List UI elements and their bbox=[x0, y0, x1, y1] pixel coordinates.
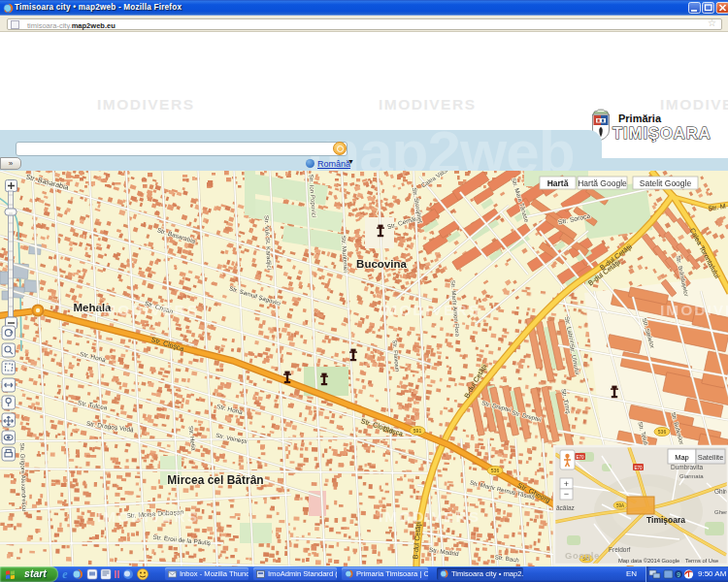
svg-text:E70: E70 bbox=[576, 455, 584, 460]
svg-text:+: + bbox=[564, 479, 569, 489]
svg-text:IMODIVERS: IMODIVERS bbox=[379, 508, 480, 525]
svg-text:591: 591 bbox=[414, 428, 422, 434]
svg-text:Giarmata: Giarmata bbox=[679, 473, 704, 479]
svg-text:IMODIVERS: IMODIVERS bbox=[379, 302, 480, 318]
svg-text:Freidorf: Freidorf bbox=[609, 546, 631, 553]
svg-text:Gheroc: Gheroc bbox=[714, 509, 728, 515]
svg-text:ăcălaz: ăcălaz bbox=[556, 504, 575, 511]
svg-text:Mircea cel Bătrân: Mircea cel Bătrân bbox=[167, 473, 263, 487]
svg-text:9: 9 bbox=[677, 571, 680, 578]
svg-text:Satellite: Satellite bbox=[698, 453, 724, 462]
svg-text:Dumbravita: Dumbravita bbox=[671, 464, 704, 470]
svg-text:Map data ©2014 Google: Map data ©2014 Google bbox=[618, 558, 679, 564]
svg-text:536: 536 bbox=[491, 468, 500, 473]
svg-text:−: − bbox=[564, 489, 569, 499]
svg-text:IMODIVERS: IMODIVERS bbox=[660, 302, 728, 318]
svg-text:Map: Map bbox=[675, 453, 689, 462]
svg-text:Primăria: Primăria bbox=[618, 113, 662, 124]
svg-text:IMODIVERS: IMODIVERS bbox=[97, 508, 199, 525]
svg-text:59A: 59A bbox=[616, 503, 624, 508]
svg-text:Bucovina: Bucovina bbox=[356, 258, 407, 270]
svg-text:Terms of Use: Terms of Use bbox=[685, 558, 718, 564]
svg-text:Hartă: Hartă bbox=[547, 178, 569, 188]
svg-text:536: 536 bbox=[658, 429, 667, 435]
svg-text:Hartă Google: Hartă Google bbox=[578, 178, 627, 188]
svg-text:TIMIŞOARA: TIMIŞOARA bbox=[612, 124, 711, 142]
svg-text:Ghirod: Ghirod bbox=[714, 488, 728, 495]
svg-text:Timişoara: Timişoara bbox=[646, 515, 685, 525]
svg-text:e: e bbox=[62, 567, 68, 581]
svg-text:Satelit Google: Satelit Google bbox=[640, 178, 692, 188]
svg-text:IMODIVERS: IMODIVERS bbox=[97, 302, 199, 318]
svg-text:Google: Google bbox=[565, 550, 600, 561]
svg-text:E70: E70 bbox=[634, 466, 643, 470]
